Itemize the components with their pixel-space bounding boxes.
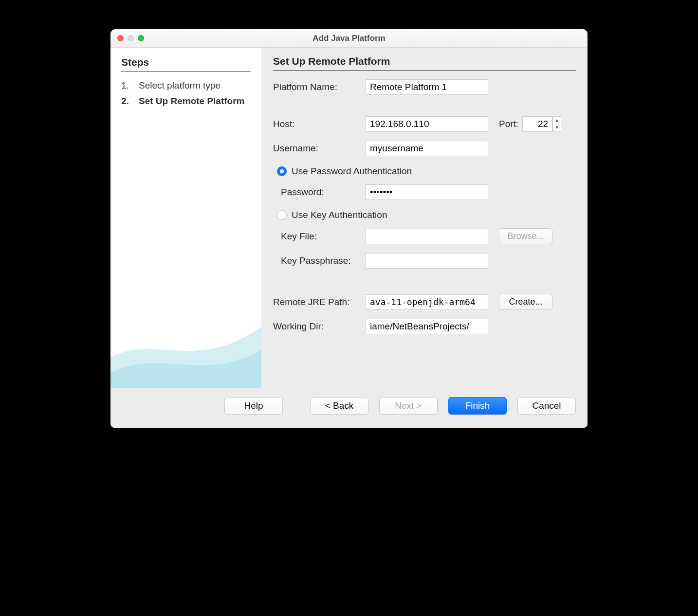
port-input[interactable] <box>522 116 552 132</box>
working-dir-label: Working Dir: <box>273 321 366 332</box>
steps-sidebar: Steps 1. Select platform type 2. Set Up … <box>110 48 261 388</box>
steps-list: 1. Select platform type 2. Set Up Remote… <box>121 79 251 107</box>
radio-key-auth-button[interactable] <box>277 210 287 220</box>
back-button[interactable]: < Back <box>310 397 368 415</box>
step-number: 2. <box>121 95 131 108</box>
button-bar: Help < Back Next > Finish Cancel <box>110 388 588 428</box>
dialog-content: Steps 1. Select platform type 2. Set Up … <box>110 48 588 388</box>
panel-title: Set Up Remote Platform <box>273 55 576 71</box>
row-working-dir: Working Dir: <box>273 319 576 334</box>
row-password: Password: <box>273 184 576 200</box>
steps-heading: Steps <box>121 56 251 72</box>
platform-name-input[interactable] <box>366 79 488 95</box>
step-item: 1. Select platform type <box>121 79 251 92</box>
radio-password-auth-button[interactable] <box>277 166 287 176</box>
close-icon[interactable] <box>117 35 124 41</box>
host-label: Host: <box>273 119 366 129</box>
port-decrement-button[interactable]: ▼ <box>553 125 561 132</box>
step-label: Select platform type <box>139 79 251 92</box>
keypass-input[interactable] <box>366 253 488 269</box>
row-username: Username: <box>273 141 576 156</box>
port-label: Port: <box>499 119 518 129</box>
decorative-wave-icon <box>110 296 261 388</box>
step-label: Set Up Remote Platform <box>139 95 251 108</box>
working-dir-input[interactable] <box>366 319 488 334</box>
next-button: Next > <box>379 397 438 415</box>
keypass-label: Key Passphrase: <box>273 255 366 266</box>
keyfile-label: Key File: <box>273 231 366 242</box>
keyfile-input[interactable] <box>366 229 488 244</box>
jre-path-label: Remote JRE Path: <box>273 297 366 308</box>
jre-path-input[interactable] <box>366 294 488 310</box>
row-keypass: Key Passphrase: <box>273 253 576 269</box>
port-increment-button[interactable]: ▲ <box>553 117 561 125</box>
minimize-icon <box>128 35 134 41</box>
step-item-current: 2. Set Up Remote Platform <box>121 95 251 108</box>
row-jre-path: Remote JRE Path: Create... <box>273 294 576 310</box>
password-label: Password: <box>273 187 366 198</box>
password-input[interactable] <box>366 184 488 200</box>
port-spinner: ▲ ▼ <box>552 116 561 132</box>
row-host: Host: Port: ▲ ▼ <box>273 116 576 132</box>
titlebar: Add Java Platform <box>110 29 588 48</box>
host-input[interactable] <box>366 116 488 132</box>
cancel-button[interactable]: Cancel <box>517 397 576 415</box>
form-panel: Set Up Remote Platform Platform Name: Ho… <box>261 48 588 388</box>
row-platform-name: Platform Name: <box>273 79 576 95</box>
finish-button[interactable]: Finish <box>448 397 507 415</box>
create-button[interactable]: Create... <box>499 294 552 310</box>
username-input[interactable] <box>366 141 488 156</box>
window-controls <box>117 35 144 41</box>
radio-password-auth[interactable]: Use Password Authentication <box>273 166 576 177</box>
browse-button: Browse... <box>499 228 552 244</box>
platform-name-label: Platform Name: <box>273 82 366 92</box>
username-label: Username: <box>273 143 366 154</box>
port-stepper: ▲ ▼ <box>522 116 561 132</box>
zoom-icon[interactable] <box>138 35 144 41</box>
dialog-window: Add Java Platform Steps 1. Select platfo… <box>110 29 588 428</box>
radio-key-auth[interactable]: Use Key Authentication <box>273 210 576 220</box>
radio-password-auth-label: Use Password Authentication <box>292 166 412 177</box>
radio-key-auth-label: Use Key Authentication <box>292 210 387 220</box>
row-keyfile: Key File: Browse... <box>273 228 576 244</box>
help-button[interactable]: Help <box>224 397 283 415</box>
step-number: 1. <box>121 79 131 92</box>
window-title: Add Java Platform <box>110 34 588 43</box>
